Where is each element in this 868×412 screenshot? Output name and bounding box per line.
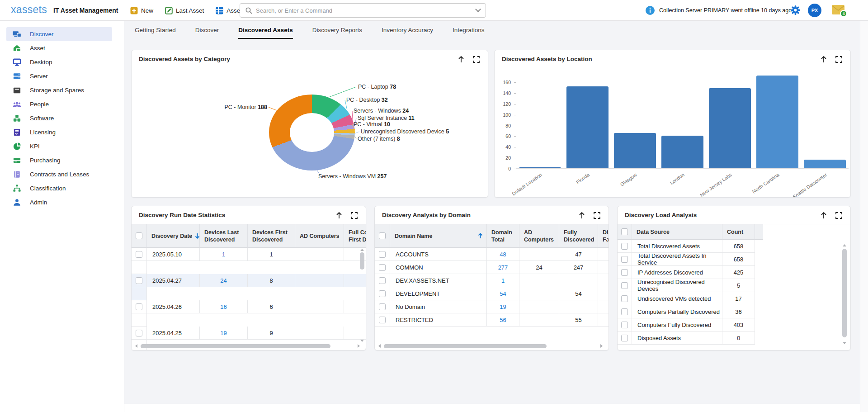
mail-icon[interactable]: 4: [832, 5, 844, 14]
table-row[interactable]: Total Discovered Assets658: [618, 240, 850, 253]
table-row[interactable]: IP Addresses Discovered425: [618, 266, 850, 279]
tab-discovery-reports[interactable]: Discovery Reports: [312, 27, 362, 39]
new-button[interactable]: New: [130, 7, 153, 14]
export-up-icon[interactable]: [336, 212, 342, 219]
command-search[interactable]: [240, 3, 486, 18]
vertical-scrollbar-thumb[interactable]: [842, 249, 847, 337]
sidebar-item-kpi[interactable]: KPI: [6, 139, 112, 153]
column-header-devices-last[interactable]: Devices LastDiscovered: [200, 224, 248, 248]
sidebar-item-purchasing[interactable]: Purchasing: [6, 153, 112, 167]
tab-discovered-assets[interactable]: Discovered Assets: [238, 27, 292, 39]
column-header-discovery-date[interactable]: Discovery Date: [147, 224, 200, 248]
cell-domain-total[interactable]: 48: [487, 248, 519, 261]
select-all-checkbox[interactable]: [136, 232, 142, 239]
table-row[interactable]: No Domain19: [375, 300, 609, 313]
column-header-ad[interactable]: ADComputers: [519, 224, 559, 248]
vertical-scrollbar-thumb[interactable]: [360, 252, 364, 270]
table-row[interactable]: DEVELOPMENT5454: [375, 287, 609, 300]
table-row[interactable]: DEV.XASSETS.NET1: [375, 274, 609, 287]
column-header-domain[interactable]: DomainTotal: [487, 224, 519, 248]
bar-london[interactable]: [661, 136, 703, 168]
row-checkbox[interactable]: [621, 269, 628, 276]
row-checkbox[interactable]: [621, 282, 628, 289]
row-checkbox[interactable]: [379, 290, 386, 297]
table-row[interactable]: 2025.05.1011: [132, 248, 366, 274]
cell-domain-total[interactable]: 19: [487, 300, 519, 313]
chevron-down-icon[interactable]: [475, 6, 481, 12]
fullscreen-icon[interactable]: [835, 56, 842, 63]
cell-domain-total[interactable]: 56: [487, 313, 519, 327]
sidebar-item-asset[interactable]: Asset: [6, 41, 112, 55]
column-header-devices-first[interactable]: Devices FirstDiscovered: [248, 224, 295, 248]
row-checkbox[interactable]: [621, 295, 628, 302]
row-checkbox[interactable]: [136, 330, 142, 336]
column-header-data-source[interactable]: Data Source: [632, 224, 722, 240]
bar-seattle-datacenter[interactable]: [804, 160, 846, 168]
sidebar-item-server[interactable]: Server: [6, 69, 112, 83]
column-header-dis[interactable]: DisFail: [598, 224, 609, 248]
sidebar-item-desktop[interactable]: Desktop: [6, 55, 112, 69]
column-header-full-comp[interactable]: Full CompFirst Disc: [344, 224, 366, 248]
row-checkbox[interactable]: [379, 264, 386, 271]
bar-new-jersey-labs[interactable]: [709, 88, 751, 168]
app-logo[interactable]: xassets: [11, 4, 47, 16]
scroll-left-arrow[interactable]: [135, 344, 137, 348]
horizontal-scrollbar-thumb[interactable]: [384, 344, 547, 348]
row-checkbox[interactable]: [621, 308, 628, 315]
table-row[interactable]: Disposed Assets0: [618, 331, 850, 345]
sidebar-item-admin[interactable]: Admin: [6, 195, 112, 209]
row-checkbox[interactable]: [621, 243, 628, 250]
export-up-icon[interactable]: [821, 56, 827, 63]
settings-gear-icon[interactable]: [790, 5, 801, 15]
row-checkbox[interactable]: [379, 251, 386, 258]
scroll-right-arrow[interactable]: [358, 344, 360, 348]
fullscreen-icon[interactable]: [473, 56, 480, 63]
bar-north-carolina[interactable]: [756, 76, 798, 168]
scroll-down-arrow[interactable]: [360, 340, 364, 342]
bar-glasgow[interactable]: [614, 133, 656, 168]
cell-domain-total[interactable]: 54: [487, 287, 519, 300]
bar-default-location[interactable]: [519, 167, 561, 168]
sidebar-item-licensing[interactable]: Licensing: [6, 125, 112, 139]
row-checkbox[interactable]: [621, 335, 628, 341]
select-all-checkbox[interactable]: [379, 232, 386, 239]
sort-ascending-icon[interactable]: [478, 233, 483, 239]
table-row[interactable]: COMMON27724247: [375, 261, 609, 274]
sidebar-item-people[interactable]: People: [6, 97, 112, 111]
last-asset-button[interactable]: Last Asset: [165, 7, 204, 14]
sort-descending-icon[interactable]: [195, 233, 200, 239]
fullscreen-icon[interactable]: [835, 212, 842, 219]
category-donut-chart[interactable]: [269, 95, 355, 170]
sidebar-item-classification[interactable]: Classification: [6, 181, 112, 195]
row-checkbox[interactable]: [136, 251, 142, 258]
sidebar-item-discover[interactable]: Discover: [6, 27, 112, 41]
cell-domain-total[interactable]: 277: [487, 261, 519, 274]
row-checkbox[interactable]: [621, 256, 628, 263]
export-up-icon[interactable]: [458, 56, 464, 63]
column-header-ad-computers[interactable]: AD Computers: [295, 224, 344, 248]
tab-discover[interactable]: Discover: [195, 27, 219, 39]
tab-inventory-accuracy[interactable]: Inventory Accuracy: [382, 27, 433, 39]
row-checkbox[interactable]: [136, 277, 142, 284]
row-checkbox[interactable]: [621, 322, 628, 328]
cell-domain-total[interactable]: 1: [487, 274, 519, 287]
row-checkbox[interactable]: [379, 277, 386, 284]
table-row[interactable]: Total Discovered Assets In Service658: [618, 253, 850, 266]
fullscreen-icon[interactable]: [594, 212, 600, 219]
row-checkbox[interactable]: [379, 303, 386, 310]
sidebar-item-software[interactable]: Software: [6, 111, 112, 125]
sidebar-item-contracts-and-leases[interactable]: Contracts and Leases: [6, 167, 112, 181]
fullscreen-icon[interactable]: [351, 212, 358, 219]
bar-florida[interactable]: [566, 86, 609, 168]
sidebar-item-storage-and-spares[interactable]: Storage and Spares: [6, 83, 112, 97]
scroll-up-arrow[interactable]: [360, 249, 364, 251]
table-row[interactable]: Computers Partially Discovered36: [618, 305, 850, 318]
horizontal-scrollbar-thumb[interactable]: [141, 344, 330, 348]
cell-devices-last-discovered[interactable]: 19: [200, 327, 248, 340]
cell-devices-last-discovered[interactable]: 16: [200, 300, 248, 313]
info-icon[interactable]: [646, 6, 655, 15]
table-row[interactable]: Computers Fully Discovered403: [618, 318, 850, 331]
table-row[interactable]: ACCOUNTS4847: [375, 248, 609, 261]
cell-devices-last-discovered[interactable]: 24: [200, 274, 248, 287]
tab-integrations[interactable]: Integrations: [453, 27, 485, 39]
